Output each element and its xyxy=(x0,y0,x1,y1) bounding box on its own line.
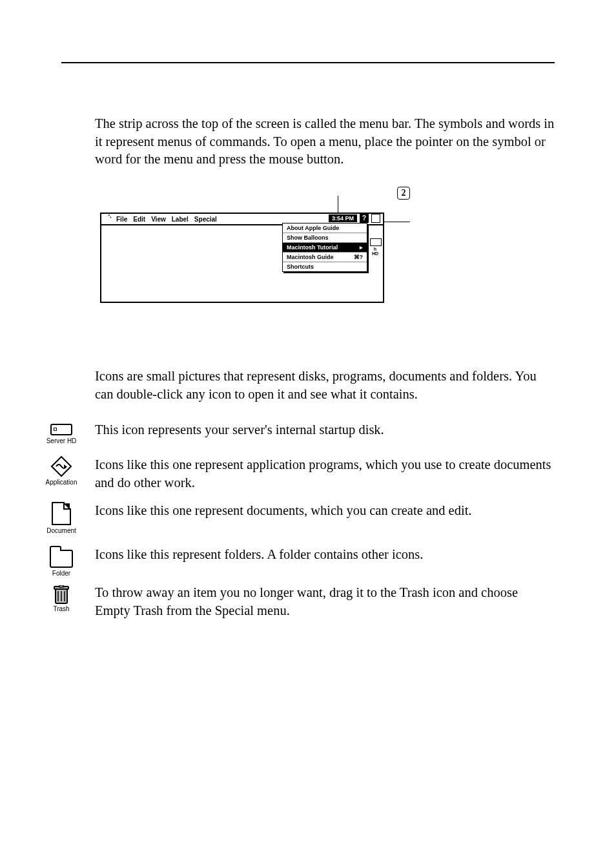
menu-item-show-balloons[interactable]: Show Balloons xyxy=(283,233,367,243)
folder-icon xyxy=(50,550,73,568)
desktop-disk-icon[interactable]: h HD xyxy=(370,238,380,256)
row-trash: Trash To throw away an item you no longe… xyxy=(61,584,555,619)
menubar-clock: 3:54 PM xyxy=(329,214,357,222)
menu-item-shortcuts[interactable]: Shortcuts xyxy=(283,262,367,271)
horizontal-rule xyxy=(61,62,555,63)
row-document: Document Icons like this one represent d… xyxy=(61,502,555,535)
intro-paragraph: The strip across the top of the screen i… xyxy=(95,115,555,169)
application-icon xyxy=(51,456,72,477)
callout-leader-vertical xyxy=(338,196,338,213)
menu-item-macintosh-tutorial[interactable]: Macintosh Tutorial▸ xyxy=(283,243,367,253)
apple-menu-icon[interactable] xyxy=(105,214,112,224)
row-folder: Folder Icons like this represent folders… xyxy=(61,546,555,578)
application-menu-icon[interactable] xyxy=(371,214,380,223)
menu-special[interactable]: Special xyxy=(194,216,217,223)
document-text: Icons like this one represent documents,… xyxy=(95,502,555,520)
trash-icon xyxy=(54,585,69,603)
svg-rect-7 xyxy=(59,585,63,587)
menu-item-macintosh-guide[interactable]: Macintosh Guide⌘? xyxy=(283,253,367,262)
document-label: Document xyxy=(42,526,81,535)
menu-label[interactable]: Label xyxy=(172,216,189,223)
folder-label: Folder xyxy=(42,569,81,578)
row-application: Application Icons like this one represen… xyxy=(61,456,555,492)
folder-text: Icons like this represent folders. A fol… xyxy=(95,546,555,564)
trash-label: Trash xyxy=(42,605,81,614)
server-hd-text: This icon represents your server's inter… xyxy=(95,421,555,439)
menu-edit[interactable]: Edit xyxy=(133,216,145,223)
menubar-figure: 2 File Edit View Label Special 3:54 PM ? xyxy=(100,187,555,309)
callout-leader-horizontal xyxy=(384,222,410,222)
icons-intro-paragraph: Icons are small pictures that represent … xyxy=(95,368,555,403)
server-hd-label: Server HD xyxy=(42,437,81,446)
server-hd-icon xyxy=(50,424,72,435)
mac-screenshot: File Edit View Label Special 3:54 PM ? A… xyxy=(100,213,384,303)
menu-item-about-apple-guide[interactable]: About Apple Guide xyxy=(283,224,367,233)
document-icon xyxy=(52,502,71,525)
application-text: Icons like this one represent applicatio… xyxy=(95,456,555,492)
help-menu-icon[interactable]: ? xyxy=(360,214,369,223)
application-label: Application xyxy=(42,478,81,487)
help-menu-dropdown: About Apple Guide Show Balloons Macintos… xyxy=(282,223,367,272)
callout-number-2: 2 xyxy=(397,187,410,200)
row-server-hd: Server HD This icon represents your serv… xyxy=(61,421,555,446)
trash-text: To throw away an item you no longer want… xyxy=(95,584,555,619)
menu-file[interactable]: File xyxy=(116,216,127,223)
menu-view[interactable]: View xyxy=(151,216,166,223)
